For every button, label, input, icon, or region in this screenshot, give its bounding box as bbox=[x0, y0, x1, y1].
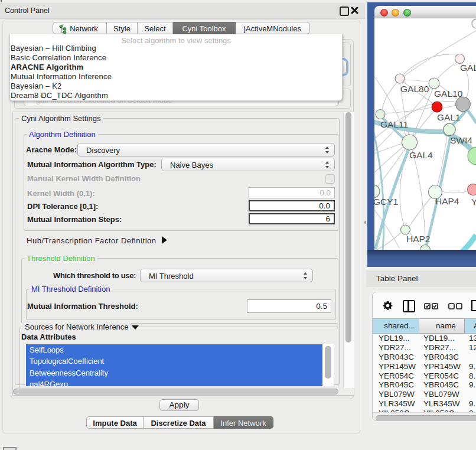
svg-text:GAL10: GAL10 bbox=[434, 89, 463, 99]
svg-text:Y: Y bbox=[471, 197, 476, 207]
svg-text:GCY1: GCY1 bbox=[374, 197, 398, 207]
svg-text:GAL80: GAL80 bbox=[400, 84, 429, 94]
svg-text:GAL2: GAL2 bbox=[460, 63, 476, 73]
svg-text:GAL1: GAL1 bbox=[437, 112, 461, 122]
svg-text:HAP2: HAP2 bbox=[406, 234, 431, 244]
svg-text:GAL11: GAL11 bbox=[380, 119, 408, 129]
svg-text:HAP4: HAP4 bbox=[435, 196, 459, 206]
svg-text:GAL4: GAL4 bbox=[409, 150, 433, 160]
svg-text:SWI4: SWI4 bbox=[450, 135, 472, 145]
